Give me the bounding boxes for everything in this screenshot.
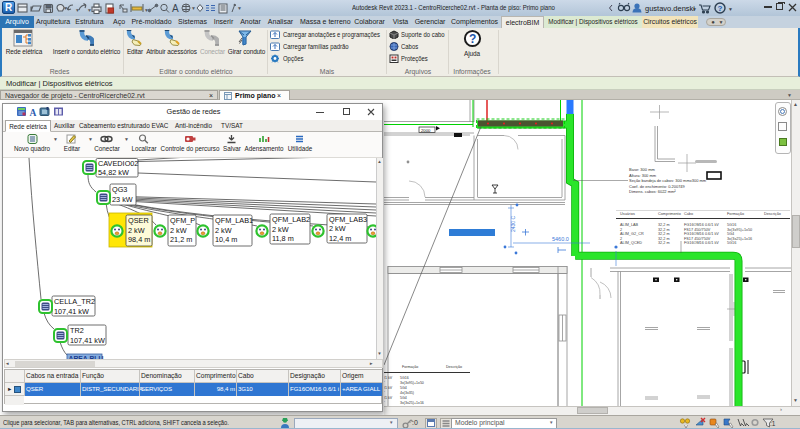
svg-text:2 kW: 2 kW bbox=[329, 224, 346, 233]
svg-text:Seção bandeja de cabos: 300 mm: Seção bandeja de cabos: 300 mmx300 mm bbox=[629, 178, 707, 183]
svg-text:3x(3x25)+1x16: 3x(3x25)+1x16 bbox=[727, 237, 752, 241]
svg-text:5G4: 5G4 bbox=[400, 386, 407, 390]
svg-text:QFM_LAB2: QFM_LAB2 bbox=[272, 215, 310, 224]
svg-text:2430 C: 2430 C bbox=[510, 215, 516, 232]
svg-text:QFM_P: QFM_P bbox=[170, 216, 195, 225]
svg-text:FG16OM16 0.6/1 kV: FG16OM16 0.6/1 kV bbox=[684, 241, 719, 245]
svg-text:Descrição: Descrição bbox=[764, 212, 781, 216]
svg-text:Dimens. cabos: 6022 mm²: Dimens. cabos: 6022 mm² bbox=[629, 189, 676, 194]
svg-text:gustavo.denski: gustavo.denski bbox=[645, 4, 695, 13]
svg-text:Cabo: Cabo bbox=[684, 212, 693, 216]
svg-text:Formação: Formação bbox=[402, 365, 418, 369]
svg-text:▼: ▼ bbox=[144, 7, 149, 13]
svg-text:▼: ▼ bbox=[63, 5, 68, 11]
svg-text:▼: ▼ bbox=[87, 7, 92, 13]
svg-text:5G16: 5G16 bbox=[400, 376, 409, 380]
svg-text:/1 kV: /1 kV bbox=[384, 376, 393, 380]
svg-text:3x(3x95)+1x50: 3x(3x95)+1x50 bbox=[727, 228, 752, 232]
svg-text:Altura: 300 mm: Altura: 300 mm bbox=[629, 173, 657, 178]
svg-text:QFM_LAB3: QFM_LAB3 bbox=[329, 215, 367, 224]
svg-text:Usuários: Usuários bbox=[620, 212, 635, 216]
svg-text:Base: 300 mm: Base: 300 mm bbox=[629, 167, 655, 172]
svg-text:32,2 m: 32,2 m bbox=[658, 223, 670, 227]
svg-text:CELLA_TR2: CELLA_TR2 bbox=[54, 297, 95, 306]
svg-text:TR2: TR2 bbox=[70, 326, 84, 335]
svg-text:32,2 m: 32,2 m bbox=[658, 232, 670, 236]
svg-text:QG3: QG3 bbox=[112, 185, 127, 194]
svg-text:▼: ▼ bbox=[728, 6, 733, 12]
svg-text:5G4: 5G4 bbox=[727, 232, 734, 236]
svg-text:10,4 m: 10,4 m bbox=[215, 235, 237, 244]
svg-text:32,2 m: 32,2 m bbox=[658, 237, 670, 241]
svg-text:▼: ▼ bbox=[191, 5, 196, 11]
svg-text:ALIM_QCED: ALIM_QCED bbox=[620, 241, 642, 245]
svg-text:': ' bbox=[384, 401, 385, 405]
svg-text:2 kW: 2 kW bbox=[215, 226, 232, 235]
svg-text:QFM_LAB1: QFM_LAB1 bbox=[215, 216, 253, 225]
svg-text:107,41 kW: 107,41 kW bbox=[70, 336, 105, 345]
svg-text:5G16: 5G16 bbox=[727, 223, 736, 227]
svg-text:Formação: Formação bbox=[727, 212, 744, 216]
svg-text:23 kW: 23 kW bbox=[112, 195, 133, 204]
svg-text:': ' bbox=[384, 391, 385, 395]
svg-text:21,2 m: 21,2 m bbox=[170, 235, 192, 244]
svg-text:3x(3x95)+1x50: 3x(3x95)+1x50 bbox=[400, 381, 424, 385]
svg-text:2 kW: 2 kW bbox=[128, 226, 145, 235]
svg-text:5G16: 5G16 bbox=[727, 241, 736, 245]
svg-text:QSER: QSER bbox=[128, 216, 149, 225]
svg-text:ALIM_LAB: ALIM_LAB bbox=[620, 223, 639, 227]
svg-text:12,4 m: 12,4 m bbox=[329, 234, 351, 243]
svg-text:2: 2 bbox=[620, 228, 622, 232]
svg-text:2 kW: 2 kW bbox=[272, 225, 289, 234]
svg-text:▼: ▼ bbox=[75, 7, 80, 13]
svg-text:A: A bbox=[172, 3, 179, 14]
svg-text:Comprimento: Comprimento bbox=[658, 212, 681, 216]
svg-text:2: 2 bbox=[620, 237, 622, 241]
svg-text:32,2 m: 32,2 m bbox=[658, 228, 670, 232]
svg-text:4x(3x35): 4x(3x35) bbox=[400, 391, 414, 395]
svg-text:/1 kV: /1 kV bbox=[384, 396, 393, 400]
svg-text:2 kW: 2 kW bbox=[170, 226, 187, 235]
svg-text:?: ? bbox=[718, 4, 723, 13]
svg-text:54,82 kW: 54,82 kW bbox=[98, 168, 129, 177]
svg-text:▼: ▼ bbox=[237, 5, 242, 11]
svg-text:FG16OM16 0.6/1 kV: FG16OM16 0.6/1 kV bbox=[684, 232, 719, 236]
svg-text:3x(3x25)+1x16: 3x(3x25)+1x16 bbox=[400, 401, 424, 405]
svg-text:FS17 450/750V: FS17 450/750V bbox=[684, 237, 711, 241]
svg-text:11,8 m: 11,8 m bbox=[272, 234, 294, 243]
svg-text:CAVEDIO02: CAVEDIO02 bbox=[98, 159, 138, 168]
svg-text:5460.0: 5460.0 bbox=[552, 236, 569, 242]
svg-text:ALIM_G2_CR: ALIM_G2_CR bbox=[620, 232, 644, 236]
svg-text:▼: ▼ bbox=[692, 6, 697, 12]
svg-text:FS17 450/750V: FS17 450/750V bbox=[684, 228, 711, 232]
svg-text:/1 kV: /1 kV bbox=[384, 386, 393, 390]
svg-text:107,41 kW: 107,41 kW bbox=[54, 307, 89, 316]
svg-text:?: ? bbox=[469, 32, 476, 46]
svg-text:': ' bbox=[384, 381, 385, 385]
svg-text:5G4: 5G4 bbox=[400, 396, 407, 400]
svg-text:2000: 2000 bbox=[421, 128, 431, 133]
svg-text:98,4 m: 98,4 m bbox=[128, 235, 150, 244]
svg-text:Descrição: Descrição bbox=[446, 365, 462, 369]
svg-text:32,2 m: 32,2 m bbox=[658, 241, 670, 245]
svg-text:FG16OM16 0.6/1 kV: FG16OM16 0.6/1 kV bbox=[684, 223, 719, 227]
svg-text:Coef. de enchimento: 0.200749: Coef. de enchimento: 0.200749 bbox=[629, 184, 686, 189]
